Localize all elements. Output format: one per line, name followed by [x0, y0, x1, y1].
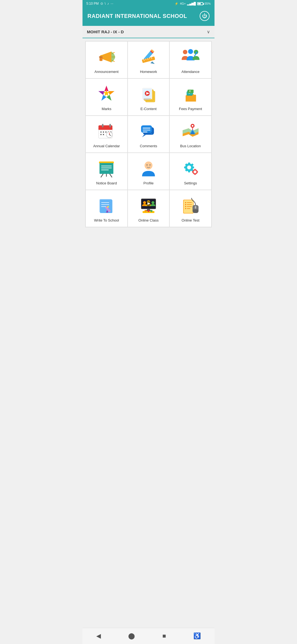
student-bar[interactable]: MOHIT RAJ - IX - D ∨ — [82, 26, 215, 38]
time-display: 5:10 PM — [86, 2, 99, 6]
grid-item-comments[interactable]: Comments — [128, 116, 170, 153]
svg-point-49 — [105, 131, 107, 133]
comments-icon — [139, 121, 158, 141]
svg-point-82 — [147, 165, 148, 166]
write-to-school-icon — [97, 196, 116, 215]
marks-icon — [97, 84, 116, 104]
svg-point-120 — [150, 210, 152, 212]
online-class-icon — [139, 196, 158, 215]
svg-rect-99 — [196, 171, 198, 173]
grid-item-profile[interactable]: Profile — [128, 153, 170, 190]
app-title: RADIANT INTERNATIONAL SCHOOL — [87, 13, 187, 19]
svg-rect-88 — [184, 167, 186, 168]
svg-point-48 — [103, 131, 104, 133]
svg-rect-89 — [192, 167, 194, 168]
svg-rect-42 — [102, 124, 103, 127]
accessibility-button[interactable]: ♿ — [189, 631, 205, 641]
dots-icon: ··· — [111, 2, 113, 6]
status-left: 5:10 PM ⊙ \ ♪ ··· — [86, 2, 113, 6]
power-button[interactable]: ⏻ — [200, 11, 210, 21]
svg-point-110 — [143, 201, 146, 204]
svg-point-83 — [150, 165, 151, 166]
grid-item-notice-board[interactable]: Notice Board — [86, 153, 128, 190]
svg-rect-127 — [185, 206, 186, 207]
profile-label: Profile — [144, 181, 154, 185]
svg-rect-37 — [188, 90, 194, 93]
svg-point-47 — [100, 131, 102, 133]
svg-rect-86 — [188, 162, 190, 164]
homework-label: Homework — [140, 70, 157, 74]
svg-marker-25 — [103, 90, 110, 96]
svg-line-74 — [109, 173, 112, 177]
recents-button[interactable]: ■ — [158, 631, 170, 641]
battery-percent: 55% — [205, 2, 211, 5]
bottom-nav: ◀ ⬤ ■ ♿ — [82, 628, 215, 644]
svg-point-18 — [183, 50, 187, 54]
grid-item-fees[interactable]: $ ₹ Fees Payment — [169, 78, 211, 116]
svg-rect-98 — [192, 171, 193, 173]
svg-point-71 — [192, 125, 193, 127]
svg-point-85 — [188, 166, 190, 169]
svg-rect-77 — [100, 163, 113, 174]
grid-item-settings[interactable]: Settings — [169, 153, 211, 190]
comments-label: Comments — [140, 144, 157, 148]
econtent-icon — [139, 84, 158, 104]
svg-point-53 — [103, 134, 104, 135]
slash-icon: \ — [105, 2, 106, 6]
svg-point-95 — [194, 171, 196, 173]
home-button[interactable]: ⬤ — [124, 631, 139, 641]
bus-location-label: Bus Location — [180, 144, 201, 148]
grid-item-marks[interactable]: Marks — [86, 78, 128, 116]
music-icon: ♪ — [107, 2, 109, 6]
svg-rect-87 — [188, 170, 190, 172]
svg-point-112 — [152, 201, 155, 204]
write-to-school-label: Write To School — [94, 218, 119, 222]
grid-item-attendance[interactable]: Attendance — [169, 41, 211, 78]
grid-item-online-test[interactable]: Online Test — [169, 190, 211, 227]
notice-board-icon — [97, 159, 116, 178]
annual-calendar-label: Annual Calendar — [93, 144, 120, 148]
grid-item-announcement[interactable]: Announcement — [86, 41, 128, 78]
svg-line-73 — [101, 173, 104, 177]
svg-rect-96 — [194, 169, 196, 170]
settings-icon — [181, 159, 200, 178]
svg-rect-125 — [185, 204, 186, 205]
svg-marker-1 — [102, 51, 111, 62]
grid-item-online-class[interactable]: Online Class — [128, 190, 170, 227]
cd-icon: ⊙ — [100, 2, 103, 6]
svg-rect-97 — [194, 173, 196, 175]
svg-rect-41 — [99, 128, 112, 130]
grid-item-write-to-school[interactable]: Write To School — [86, 190, 128, 227]
attendance-label: Attendance — [182, 70, 200, 74]
svg-marker-9 — [150, 61, 155, 64]
settings-label: Settings — [184, 181, 197, 185]
grid-item-calendar[interactable]: Annual Calendar — [86, 116, 128, 153]
grid-item-econtent[interactable]: E-Content — [128, 78, 170, 116]
svg-point-119 — [147, 210, 149, 212]
svg-point-19 — [188, 49, 193, 54]
bluetooth-icon: ⚡ — [175, 2, 178, 6]
homework-icon — [139, 47, 158, 67]
svg-point-81 — [145, 162, 153, 170]
status-right: ⚡ 4G+ ▂▄▆█ 55% — [175, 2, 211, 6]
volte-icon: 4G+ — [180, 2, 186, 5]
grid-item-bus-location[interactable]: Bus Location — [169, 116, 211, 153]
svg-point-22 — [196, 52, 197, 53]
svg-point-118 — [145, 210, 147, 212]
online-test-label: Online Test — [182, 218, 199, 222]
notice-board-label: Notice Board — [96, 181, 117, 185]
svg-point-52 — [100, 134, 102, 135]
chevron-down-icon: ∨ — [207, 29, 210, 34]
svg-rect-135 — [195, 206, 196, 209]
svg-rect-43 — [109, 124, 111, 127]
grid-item-homework[interactable]: Homework — [128, 41, 170, 78]
app-header: RADIANT INTERNATIONAL SCHOOL ⏻ — [82, 7, 215, 26]
bus-location-icon — [181, 121, 200, 141]
back-button[interactable]: ◀ — [92, 631, 105, 641]
attendance-icon — [181, 47, 200, 67]
svg-marker-60 — [142, 135, 146, 137]
svg-point-58 — [109, 134, 110, 135]
marks-label: Marks — [102, 107, 111, 111]
svg-rect-2 — [100, 57, 103, 61]
online-class-label: Online Class — [138, 218, 159, 222]
